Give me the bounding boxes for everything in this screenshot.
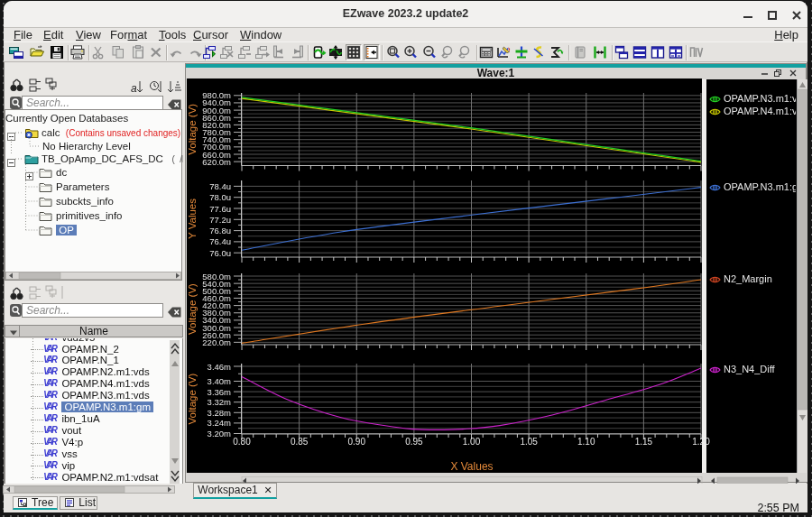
svg-text:1.15: 1.15 xyxy=(635,437,653,447)
svg-text:1.05: 1.05 xyxy=(520,437,538,447)
svg-text:0.90: 0.90 xyxy=(348,437,366,447)
svg-text:77.6u: 77.6u xyxy=(209,204,231,214)
svg-text:Voltage (V): Voltage (V) xyxy=(187,283,198,335)
svg-text:3.28m: 3.28m xyxy=(208,408,231,418)
svg-text:X Values: X Values xyxy=(450,460,493,473)
svg-text:3.40m: 3.40m xyxy=(208,376,231,386)
svg-text:0.95: 0.95 xyxy=(405,437,423,447)
svg-text:620.0m: 620.0m xyxy=(202,157,231,167)
svg-text:3.24m: 3.24m xyxy=(208,418,231,428)
svg-text:78.0u: 78.0u xyxy=(209,192,231,202)
svg-text:Voltage (V): Voltage (V) xyxy=(187,104,198,155)
svg-text:1.20: 1.20 xyxy=(692,437,710,447)
svg-text:0.80: 0.80 xyxy=(233,437,251,447)
svg-text:78.4u: 78.4u xyxy=(209,181,231,191)
svg-text:0.85: 0.85 xyxy=(291,437,309,447)
svg-text:3.46m: 3.46m xyxy=(208,362,231,372)
svg-text:3.20m: 3.20m xyxy=(208,429,231,439)
svg-text:3.32m: 3.32m xyxy=(208,397,231,407)
svg-text:220.0m: 220.0m xyxy=(202,337,231,347)
svg-text:77.2u: 77.2u xyxy=(209,215,231,225)
svg-text:Y Values: Y Values xyxy=(187,198,198,239)
svg-text:76.4u: 76.4u xyxy=(209,236,231,246)
svg-text:1.00: 1.00 xyxy=(463,437,481,447)
svg-text:3.36m: 3.36m xyxy=(208,387,231,397)
svg-text:76.8u: 76.8u xyxy=(209,226,231,235)
svg-text:1.10: 1.10 xyxy=(577,437,595,447)
svg-text:76.0u: 76.0u xyxy=(209,248,231,258)
svg-text:Voltage (V): Voltage (V) xyxy=(187,373,198,424)
